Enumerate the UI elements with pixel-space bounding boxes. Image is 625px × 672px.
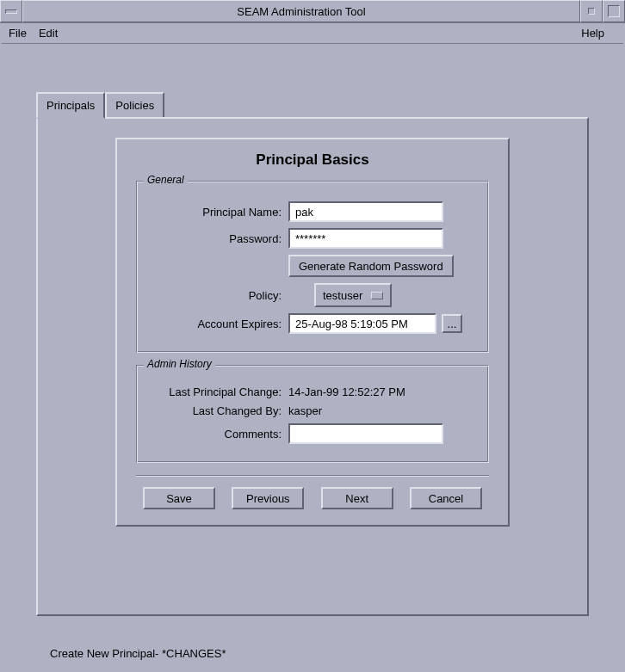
policy-label: Policy: <box>145 289 288 302</box>
previous-button[interactable]: Previous <box>232 487 304 509</box>
app-window: SEAM Administration Tool File Edit Help … <box>0 0 625 672</box>
maximize-button[interactable] <box>603 0 625 22</box>
next-button[interactable]: Next <box>321 487 393 509</box>
save-button[interactable]: Save <box>143 487 215 509</box>
last-changed-by-label: Last Changed By: <box>145 404 288 417</box>
titlebar: SEAM Administration Tool <box>0 0 625 23</box>
last-changed-by-value: kasper <box>288 404 322 417</box>
password-label: Password: <box>145 232 288 245</box>
tab-principals[interactable]: Principals <box>36 92 105 119</box>
comments-input[interactable] <box>288 423 443 444</box>
minimize-button[interactable] <box>580 0 603 22</box>
menubar: File Edit Help <box>0 23 625 44</box>
menu-edit[interactable]: Edit <box>39 27 58 40</box>
last-change-label: Last Principal Change: <box>145 385 288 398</box>
client-area: Principals Policies Principal Basics Gen… <box>0 43 625 669</box>
policy-select[interactable]: testuser <box>314 283 392 307</box>
optionmenu-icon <box>371 292 383 299</box>
account-expires-input[interactable] <box>288 313 436 334</box>
account-expires-browse-button[interactable]: ... <box>442 314 462 333</box>
cancel-button[interactable]: Cancel <box>410 487 482 509</box>
last-change-value: 14-Jan-99 12:52:27 PM <box>288 385 405 398</box>
account-expires-label: Account Expires: <box>145 318 288 330</box>
window-menu-button[interactable] <box>0 0 22 22</box>
maximize-icon <box>608 5 620 17</box>
tab-page-principals: Principal Basics General Principal Name:… <box>36 117 589 616</box>
window-title: SEAM Administration Tool <box>22 0 580 22</box>
group-general-legend: General <box>144 174 188 186</box>
comments-label: Comments: <box>145 428 288 441</box>
generate-password-button[interactable]: Generate Random Password <box>288 255 454 277</box>
button-row: Save Previous Next Cancel <box>136 487 489 509</box>
group-admin-history: Admin History Last Principal Change: 14-… <box>136 365 489 463</box>
tab-policies[interactable]: Policies <box>105 92 164 117</box>
menu-help[interactable]: Help <box>581 27 604 40</box>
policy-select-value: testuser <box>323 289 362 302</box>
principal-basics-panel: Principal Basics General Principal Name:… <box>115 138 510 527</box>
principal-name-input[interactable] <box>288 201 443 222</box>
minimize-icon <box>588 8 595 15</box>
separator <box>136 475 489 477</box>
tabstrip: Principals Policies <box>36 93 589 117</box>
password-input[interactable] <box>288 228 443 249</box>
window-menu-icon <box>5 9 17 14</box>
panel-title: Principal Basics <box>136 151 489 169</box>
group-general: General Principal Name: Password: Genera… <box>136 181 489 353</box>
group-admin-history-legend: Admin History <box>144 358 215 370</box>
principal-name-label: Principal Name: <box>145 206 288 219</box>
menu-file[interactable]: File <box>9 27 27 40</box>
status-text: Create New Principal- *CHANGES* <box>50 647 589 660</box>
